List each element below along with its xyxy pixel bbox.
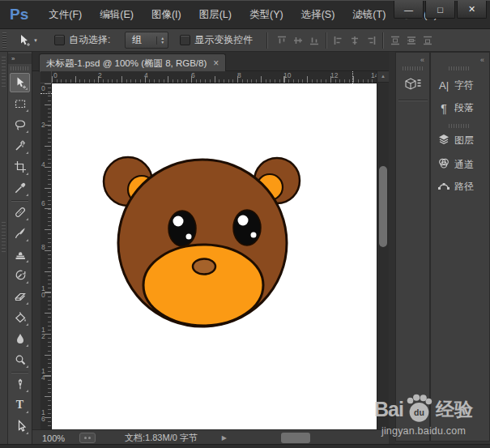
magic-wand-tool[interactable] <box>10 136 30 156</box>
document-tab[interactable]: 未标题-1.psd @ 100% (椭圆 8, RGB/8) × <box>39 53 226 72</box>
path-selection-tool[interactable] <box>10 416 30 436</box>
paragraph-panel-label: 段落 <box>454 101 474 115</box>
divider <box>266 32 268 49</box>
menu-select[interactable]: 选择(S) <box>292 5 344 25</box>
pointer-indicator <box>352 71 353 83</box>
document-title: 未标题-1.psd @ 100% (椭圆 8, RGB/8) <box>46 58 207 70</box>
status-flyout-icon[interactable]: ▶ <box>222 434 227 442</box>
menu-filter[interactable]: 滤镜(T) <box>343 5 394 25</box>
menu-image[interactable]: 图像(I) <box>143 5 190 25</box>
divider <box>382 32 384 49</box>
dock-grip[interactable] <box>449 124 470 128</box>
blur-tool[interactable] <box>10 329 30 348</box>
expand-dock-button[interactable]: « <box>480 54 484 66</box>
brush-tool[interactable] <box>10 224 30 243</box>
auto-select-checkbox[interactable] <box>54 35 65 45</box>
spot-healing-brush-tool[interactable] <box>10 203 30 222</box>
status-bar: 100% 文档:1.83M/0 字节 ▶ <box>32 429 389 446</box>
channels-icon <box>433 157 454 173</box>
watermark-du-text: du <box>414 408 424 417</box>
menu-layer[interactable]: 图层(L) <box>190 5 241 25</box>
minimize-button[interactable]: — <box>394 1 424 19</box>
eraser-tool[interactable] <box>10 287 30 306</box>
eye-highlight <box>251 233 257 238</box>
options-bar: ▼ 自动选择: 组 ▲▼ 显示变换控件 <box>0 29 490 52</box>
paragraph-icon: ¶ <box>433 102 454 115</box>
show-transform-option: 显示变换控件 <box>180 33 253 47</box>
adobe-drive-icon[interactable] <box>79 433 96 443</box>
bear-artwork <box>52 83 377 429</box>
options-bar-grip[interactable] <box>2 32 6 49</box>
close-button[interactable]: ✕ <box>457 1 487 19</box>
grip-texture[interactable] <box>2 57 6 87</box>
watermark-jingyan-text: 经验 <box>436 397 473 422</box>
expand-dock-button[interactable]: « <box>420 54 424 66</box>
photoshop-window: Ps 文件(F) 编辑(E) 图像(I) 图层(L) 类型(Y) 选择(S) 滤… <box>0 0 490 448</box>
crop-tool[interactable] <box>10 157 30 177</box>
icon-dock-narrow: « <box>395 52 430 442</box>
lasso-tool[interactable] <box>10 115 30 134</box>
eyedropper-tool[interactable] <box>10 178 30 198</box>
align-horizontal-center-button[interactable] <box>347 32 363 49</box>
distribute-vertical-center-button[interactable] <box>403 32 420 49</box>
paragraph-panel-button[interactable]: ¶ 段落 <box>433 98 487 118</box>
photoshop-logo: Ps <box>10 6 28 23</box>
pen-tool[interactable] <box>10 374 30 394</box>
horizontal-scrollbar-thumb[interactable] <box>281 433 310 443</box>
history-brush-tool[interactable] <box>10 266 30 285</box>
align-vertical-center-button[interactable] <box>290 32 306 49</box>
panel-edge-strip <box>0 52 8 448</box>
align-bottom-button[interactable] <box>306 32 322 49</box>
distribute-top-button[interactable] <box>387 32 403 49</box>
dock-grip[interactable] <box>403 66 424 70</box>
paths-panel-button[interactable]: 路径 <box>433 177 487 197</box>
character-panel-button[interactable]: A| 字符 <box>433 75 487 96</box>
tools-panel-grip[interactable] <box>11 66 29 70</box>
auto-select-option: 自动选择: <box>54 33 110 47</box>
character-panel-label: 字符 <box>454 79 474 92</box>
vertical-scrollbar[interactable]: ▲ <box>377 71 389 429</box>
document-tab-bar: 未标题-1.psd @ 100% (椭圆 8, RGB/8) × <box>32 52 389 71</box>
chevron-down-icon: ▼ <box>33 38 38 43</box>
scroll-up-icon[interactable]: ▲ <box>377 71 389 83</box>
align-left-button[interactable] <box>330 32 347 49</box>
auto-select-label: 自动选择: <box>69 33 110 47</box>
dock-gap <box>389 52 395 448</box>
distribute-bottom-button[interactable] <box>420 32 436 49</box>
menu-file[interactable]: 文件(F) <box>40 5 91 25</box>
baidu-paw-icon: du <box>403 394 434 425</box>
divider <box>11 200 28 202</box>
dodge-tool[interactable] <box>10 350 30 369</box>
tools-panel-collapse-button[interactable]: » <box>8 53 32 64</box>
ruler-corner[interactable] <box>40 71 52 83</box>
stepper-icon: ▲▼ <box>156 36 168 45</box>
vertical-scrollbar-thumb[interactable] <box>379 166 387 247</box>
auto-select-target-dropdown[interactable]: 组 ▲▼ <box>125 32 168 49</box>
show-transform-checkbox[interactable] <box>180 35 190 45</box>
paint-bucket-tool[interactable] <box>10 308 30 327</box>
zoom-level-field[interactable]: 100% <box>42 433 71 443</box>
panel-dock: « A| 字符 ¶ 段落 图层 通道 路径 <box>430 52 490 442</box>
layers-icon <box>433 133 454 148</box>
menu-edit[interactable]: 编辑(E) <box>91 5 143 25</box>
grip-texture[interactable] <box>2 222 6 253</box>
type-tool[interactable]: T <box>10 395 30 415</box>
rectangular-marquee-tool[interactable] <box>10 94 30 113</box>
bear-left-eye <box>168 211 196 246</box>
menu-type[interactable]: 类型(Y) <box>241 5 292 25</box>
baidu-watermark: Bai du 经验 jingyan.baidu.com <box>359 394 488 437</box>
clone-stamp-tool[interactable] <box>10 245 30 264</box>
divider <box>11 372 28 373</box>
align-right-button[interactable] <box>363 32 379 49</box>
align-top-button[interactable] <box>274 32 290 49</box>
move-tool[interactable] <box>10 73 30 92</box>
dock-grip[interactable] <box>449 66 470 70</box>
maximize-button[interactable]: □ <box>425 1 455 19</box>
channels-panel-button[interactable]: 通道 <box>433 155 487 175</box>
layers-panel-button[interactable]: 图层 <box>433 130 487 151</box>
tool-preset-picker[interactable]: ▼ <box>18 34 38 47</box>
document-canvas[interactable] <box>52 83 377 429</box>
extensions-panel-button[interactable] <box>401 74 425 96</box>
vertical-ruler: 0 2 4 6 8 10 12 14 16 <box>40 83 52 429</box>
close-tab-icon[interactable]: × <box>213 58 219 69</box>
